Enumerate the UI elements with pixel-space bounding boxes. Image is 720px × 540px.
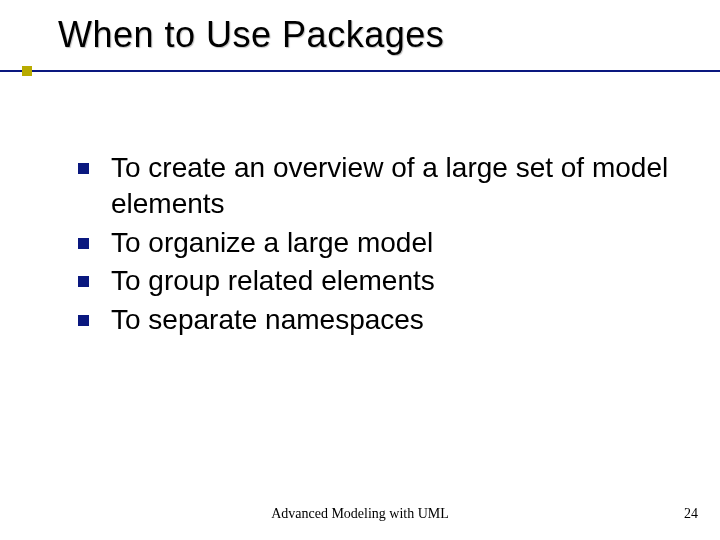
list-item-text: To create an overview of a large set of …	[111, 150, 670, 223]
title-area: When to Use Packages	[58, 14, 700, 56]
rule-line	[0, 70, 720, 72]
title-rule	[0, 66, 720, 78]
bullet-square-icon	[78, 276, 89, 287]
list-item: To group related elements	[78, 263, 670, 299]
list-item-text: To separate namespaces	[111, 302, 670, 338]
bullet-square-icon	[78, 163, 89, 174]
footer: Advanced Modeling with UML 24	[0, 506, 720, 526]
slide-title: When to Use Packages	[58, 14, 700, 56]
rule-accent-square	[22, 66, 32, 76]
slide: When to Use Packages To create an overvi…	[0, 0, 720, 540]
bullet-square-icon	[78, 238, 89, 249]
footer-text: Advanced Modeling with UML	[0, 506, 720, 522]
page-number: 24	[684, 506, 698, 522]
list-item-text: To group related elements	[111, 263, 670, 299]
bullet-square-icon	[78, 315, 89, 326]
bullet-list: To create an overview of a large set of …	[78, 150, 670, 340]
list-item-text: To organize a large model	[111, 225, 670, 261]
list-item: To organize a large model	[78, 225, 670, 261]
list-item: To separate namespaces	[78, 302, 670, 338]
list-item: To create an overview of a large set of …	[78, 150, 670, 223]
